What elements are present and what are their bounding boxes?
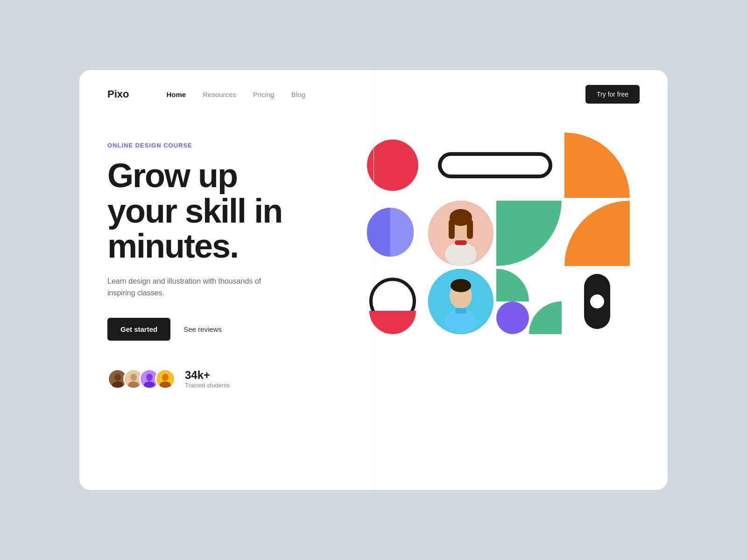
trained-count: 34k+ [185,369,230,382]
cell-r3c2 [428,269,493,334]
nav-cta-button[interactable]: Try for free [585,85,640,104]
cell-r3c4 [564,269,630,334]
svg-rect-23 [455,308,466,314]
svg-point-7 [146,374,153,381]
orange-tr [564,133,630,198]
logo: Pixo [107,88,129,100]
cell-r1c1 [360,133,425,198]
headline-line1: Grow up [107,157,237,194]
headline-line2: your skill in [107,192,282,230]
nav-blog[interactable]: Blog [291,91,305,98]
get-started-button[interactable]: Get started [107,318,170,341]
hero-illustration [350,128,640,334]
trained-count-block: 34k+ Trained students [185,369,230,389]
social-proof: 34k+ Trained students [107,369,350,389]
hero-subtext: Learn design and illustration with thous… [107,275,285,299]
cell-r3c1 [360,269,425,334]
dark-pill-v2 [584,274,610,329]
svg-point-10 [162,374,169,381]
cell-r2c3 [496,201,562,266]
see-reviews-button[interactable]: See reviews [183,325,222,333]
svg-rect-15 [449,219,455,239]
green-leaf-q1 [496,269,529,301]
nav-links: Home Resources Pricing Blog [166,91,567,98]
man-circle [428,269,493,334]
red-half-bottom [369,311,416,334]
illustration-grid [360,133,630,334]
cell-r1c23 [428,133,562,198]
cell-r1c4 [564,133,630,198]
pill-outline [438,152,552,178]
orange-bl-r2 [564,201,630,266]
nav-resources[interactable]: Resources [203,91,236,98]
svg-rect-16 [467,219,473,239]
cta-row: Get started See reviews [107,318,350,341]
svg-point-21 [451,279,471,292]
cell-r2c4 [564,201,630,266]
avatar-4 [155,369,176,389]
svg-rect-18 [455,240,467,245]
pill-hole2 [590,294,604,308]
hero-left: ONLINE DESIGN COURSE Grow up your skill … [107,128,350,389]
cell-r2c1 [360,201,425,266]
svg-point-4 [130,374,137,381]
pur-l [367,208,390,257]
green-leaf-q2 [529,301,562,334]
hero-eyebrow: ONLINE DESIGN COURSE [107,142,350,149]
green-q-r2c3 [496,201,562,266]
avatar-group [107,369,176,389]
hero-headline: Grow up your skill in minutes. [107,158,350,264]
purple-full-circle [496,301,529,334]
nav-home[interactable]: Home [166,91,186,98]
cell-r3c3 [496,269,562,334]
svg-point-1 [114,374,121,381]
nav-pricing[interactable]: Pricing [253,91,275,98]
woman-circle [428,201,493,266]
main-card: Pixo Home Resources Pricing Blog Try for… [79,70,668,490]
red-circle [367,140,418,191]
pur-r [390,208,414,257]
trained-label: Trained students [185,382,230,389]
headline-line3: minutes. [107,227,238,265]
cell-r2c2 [428,201,493,266]
svg-point-17 [445,242,477,266]
